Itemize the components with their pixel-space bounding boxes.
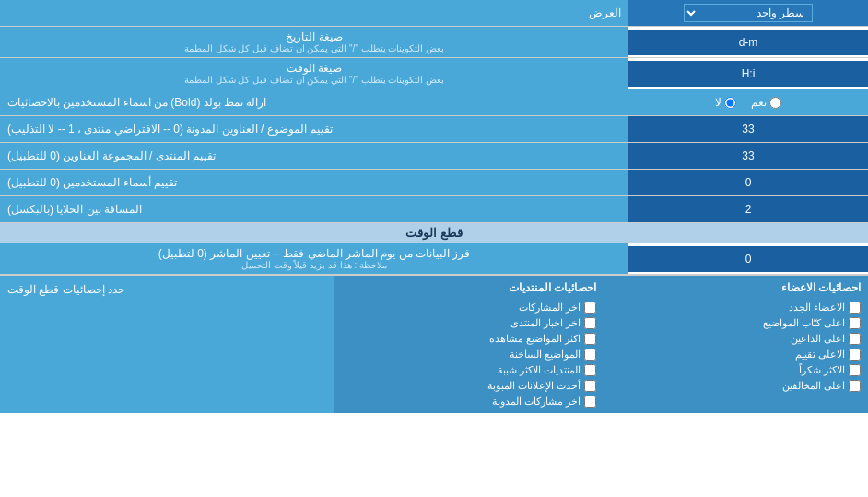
checkbox-item-new-members: الاعضاء الجدد (605, 302, 861, 314)
checkbox-blog-posts[interactable] (584, 396, 596, 408)
bold-remove-no-radio[interactable] (724, 97, 736, 109)
stats-section-wrapper: حدد إحصائيات قطع الوقت احصائيات المنتديا… (0, 275, 868, 413)
cutoff-days-row: فرز البيانات من يوم الماشر الماضي فقط --… (0, 243, 868, 275)
bold-remove-label: ازالة نمط بولد (Bold) من اسماء المستخدمي… (0, 89, 628, 115)
date-format-row: صيغة التاريخ بعض التكوينات يتطلب "/" الت… (0, 27, 868, 58)
bold-remove-row: ازالة نمط بولد (Bold) من اسماء المستخدمي… (0, 89, 868, 116)
topic-order-label: تقييم الموضوع / العناوين المدونة (0 -- ا… (0, 116, 628, 142)
user-order-label: تقييم أسماء المستخدمين (0 للتطبيل) (0, 170, 628, 195)
bold-remove-yes-label[interactable]: نعم (751, 96, 781, 109)
date-format-input[interactable]: d-m (634, 36, 862, 49)
display-row: العرض سطر واحد سطرين ثلاثة أسطر (0, 0, 868, 27)
checkbox-item-hot: المواضيع الساخنة (341, 349, 596, 361)
display-select-container: سطر واحد سطرين ثلاثة أسطر (628, 0, 868, 26)
topic-order-input-container: 33 (628, 116, 868, 142)
checkbox-item-blog-posts: اخر مشاركات المدونة (341, 396, 596, 408)
stats-forums-col: احصائيات المنتديات اخر المشاركات اخر اخب… (341, 281, 596, 408)
checkbox-item-popular-forums: المنتديات الاكثر شببة (341, 364, 596, 376)
stats-section-label: حدد إحصائيات قطع الوقت (0, 276, 334, 413)
cutoff-section-header: قطع الوقت (0, 223, 868, 243)
date-format-input-container: d-m (628, 30, 868, 55)
checkbox-item-top-posters: اعلى الداعين (605, 333, 861, 345)
cutoff-days-label: فرز البيانات من يوم الماشر الماضي فقط --… (0, 243, 628, 274)
checkbox-item-top-warned: اعلى المخالفين (605, 380, 861, 392)
bold-remove-no-label[interactable]: لا (715, 96, 736, 109)
checkbox-item-most-viewed: اكثر المواضيع مشاهدة (341, 333, 596, 345)
user-order-input[interactable]: 0 (634, 176, 862, 189)
checkbox-item-top-rated: الاعلى تقييم (605, 349, 861, 361)
checkbox-posts[interactable] (584, 302, 596, 314)
forum-order-label: تقييم المنتدى / المجموعة العناوين (0 للت… (0, 143, 628, 169)
checkbox-item-most-thanked: الاكثر شكراً (605, 364, 861, 376)
forum-order-input-container: 33 (628, 143, 868, 169)
time-format-input-container: H:i (628, 61, 868, 87)
spacing-label: المسافة بين الخلايا (بالبكسل) (0, 196, 628, 222)
checkbox-top-rated[interactable] (849, 349, 861, 361)
time-format-row: صيغة الوقت بعض التكوينات يتطلب "/" التي … (0, 58, 868, 89)
forum-order-input[interactable]: 33 (634, 149, 862, 162)
forum-order-row: تقييم المنتدى / المجموعة العناوين (0 للت… (0, 143, 868, 170)
checkbox-top-posters[interactable] (849, 333, 861, 345)
user-order-row: تقييم أسماء المستخدمين (0 للتطبيل) 0 (0, 170, 868, 196)
stats-members-col: احصائيات الاعضاء الاعضاء الجدد اعلى كتّا… (605, 281, 861, 408)
topic-order-row: تقييم الموضوع / العناوين المدونة (0 -- ا… (0, 116, 868, 143)
date-format-label: صيغة التاريخ بعض التكوينات يتطلب "/" الت… (0, 27, 628, 57)
checkbox-top-warned[interactable] (849, 380, 861, 392)
stats-forums-title: احصائيات المنتديات (341, 281, 596, 294)
cutoff-days-input[interactable]: 0 (634, 253, 862, 266)
checkbox-most-viewed[interactable] (584, 333, 596, 345)
cutoff-days-input-container: 0 (628, 246, 868, 272)
main-container: العرض سطر واحد سطرين ثلاثة أسطر صيغة الت… (0, 0, 868, 413)
bold-remove-yes-radio[interactable] (769, 97, 781, 109)
checkbox-top-topic-writers[interactable] (849, 317, 861, 329)
checkbox-item-posts: اخر المشاركات (341, 302, 596, 314)
checkbox-popular-forums[interactable] (584, 364, 596, 376)
user-order-input-container: 0 (628, 170, 868, 195)
checkbox-classifieds[interactable] (584, 380, 596, 392)
checkbox-news[interactable] (584, 317, 596, 329)
checkbox-new-members[interactable] (849, 302, 861, 314)
checkbox-item-news: اخر اخبار المنتدى (341, 317, 596, 329)
spacing-input-container: 2 (628, 196, 868, 222)
spacing-input[interactable]: 2 (634, 203, 862, 216)
checkbox-item-classifieds: أحدث الإعلانات المبوبة (341, 380, 596, 392)
time-format-input[interactable]: H:i (634, 67, 862, 80)
display-label: العرض (0, 3, 628, 23)
spacing-row: المسافة بين الخلايا (بالبكسل) 2 (0, 196, 868, 223)
topic-order-input[interactable]: 33 (634, 123, 862, 136)
stats-members-title: احصائيات الاعضاء (605, 281, 861, 294)
checkbox-item-top-topic-writers: اعلى كتّاب المواضيع (605, 317, 861, 329)
display-select[interactable]: سطر واحد سطرين ثلاثة أسطر (684, 4, 813, 22)
checkbox-most-thanked[interactable] (849, 364, 861, 376)
checkbox-hot[interactable] (584, 349, 596, 361)
bold-remove-radio-area: نعم لا (628, 89, 868, 115)
stats-checkboxes-container: احصائيات المنتديات اخر المشاركات اخر اخب… (334, 276, 868, 413)
time-format-label: صيغة الوقت بعض التكوينات يتطلب "/" التي … (0, 58, 628, 89)
